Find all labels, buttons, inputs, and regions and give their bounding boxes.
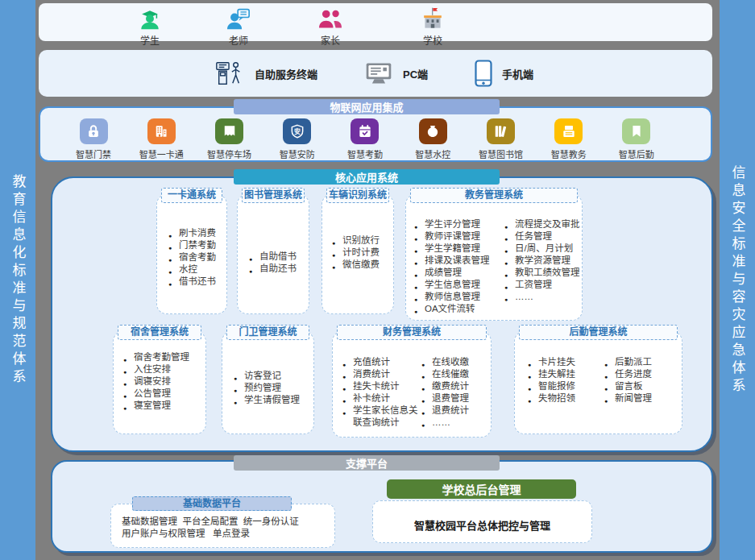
iot-access-control: 智慧门禁: [60, 118, 127, 160]
base-platform-line: 用户账户与权限管理 单点登录: [122, 528, 334, 540]
terminal-kiosk: 自助服务终端: [214, 60, 317, 87]
feature-item: 学生评分管理: [414, 218, 504, 230]
feature-item: 识别放行: [332, 234, 393, 247]
feature-item: 流程提交及审批: [504, 218, 580, 230]
support-banner: 支撑平台: [234, 455, 500, 471]
iot-label: 智慧安防: [280, 147, 315, 160]
system-title: 财务管理系统: [337, 325, 487, 340]
feature-item: 学生请假管理: [234, 394, 313, 406]
user-teacher: 老师: [213, 8, 264, 47]
system-title: 图书管理系统: [242, 188, 305, 203]
parking-ticket-icon: [215, 118, 243, 144]
feature-item: 教师评课管理: [414, 230, 504, 243]
feature-item: 缴费统计: [421, 380, 469, 392]
right-standards-bar: 信息安全标准与容灾应急体系: [720, 0, 755, 560]
iot-label: 智慧教务: [551, 147, 587, 160]
system-card-academic-affairs: 教务管理系统 学生评分管理 教师评课管理 学生学籍管理 排课及课表管理 成绩管理…: [405, 194, 583, 321]
feature-item: 失物招领: [528, 392, 604, 404]
feature-item: 任务进度: [604, 368, 652, 380]
feature-item: OA文件流转: [414, 303, 504, 315]
users-panel: 学生 老师 家长 学校: [39, 3, 712, 41]
feature-item: 任务管理: [504, 230, 580, 243]
feature-item: 学生信息管理: [414, 279, 504, 291]
system-card-onecard: 一卡通系统 刷卡消费 门禁考勤 宿舍考勤 水控 借书还书: [156, 194, 227, 314]
school-icon: [420, 8, 446, 31]
phone-icon: [475, 60, 492, 87]
svg-text:安: 安: [294, 127, 301, 135]
student-icon: [138, 8, 162, 31]
user-school: 学校: [407, 8, 458, 47]
feature-item: 退费统计: [421, 404, 469, 417]
feature-item: 挂失卡统计: [342, 380, 424, 392]
feature-item: 日/周、月计划: [504, 243, 580, 255]
system-title: 宿舍管理系统: [118, 325, 201, 340]
system-card-dormitory: 宿舍管理系统 宿舍考勤管理 入住安排 调寝安排 公告管理 寝室管理: [113, 331, 206, 434]
right-standards-text: 信息安全标准与容灾应急体系: [728, 165, 748, 396]
water-jar-icon: [419, 118, 447, 144]
iot-label: 智慧考勤: [347, 147, 383, 160]
feature-item: ……: [421, 417, 469, 429]
feature-item: 在线收缴: [421, 356, 469, 368]
school-admin-card: 智慧校园平台总体把控与管理: [372, 500, 592, 543]
logistics-bookmark-icon: [622, 118, 650, 144]
system-card-finance: 财务管理系统 充值统计 消费统计 挂失卡统计 补卡统计 学生家长信息关联查询统计…: [332, 331, 492, 438]
teacher-icon: [226, 8, 251, 31]
iot-panel: 智慧门禁 智慧一卡通 智慧停车场 安 智慧安防 智慧考勤: [39, 106, 712, 162]
feature-item: 卡片挂失: [528, 356, 604, 368]
iot-label: 智慧水控: [415, 147, 450, 160]
iot-onecard: 智慧一卡通: [127, 118, 195, 160]
feature-item: 水控: [168, 263, 226, 276]
feature-item: 学生家长信息关联查询统计: [342, 404, 424, 429]
smart-campus-architecture-diagram: 教育信息化标准与规范体系 信息安全标准与容灾应急体系 学生 老师 家长: [0, 0, 755, 560]
feature-item: 后勤派工: [604, 356, 652, 368]
feature-item: 借书还书: [168, 276, 226, 288]
feature-item: 智能报修: [528, 380, 604, 392]
user-label: 家长: [321, 33, 340, 47]
feature-item: 消费统计: [342, 368, 424, 380]
access-lock-icon: [80, 118, 108, 144]
feature-item: 新闻管理: [604, 392, 652, 404]
school-admin-desc: 智慧校园平台总体把控与管理: [414, 517, 550, 533]
library-books-icon: [487, 118, 515, 144]
feature-item: 补卡统计: [342, 392, 424, 404]
user-label: 学校: [423, 33, 442, 47]
left-standards-bar: 教育信息化标准与规范体系: [0, 0, 35, 560]
feature-item: 宿舍考勤: [168, 251, 226, 263]
system-card-library: 图书管理系统 自助借书 自助还书: [237, 194, 309, 314]
terminal-mobile: 手机端: [475, 60, 533, 87]
core-systems-panel: 一卡通系统 刷卡消费 门禁考勤 宿舍考勤 水控 借书还书 图书管理系统 自助借书…: [51, 176, 713, 452]
kiosk-icon: [214, 60, 245, 87]
iot-security: 安 智慧安防: [263, 118, 331, 160]
system-title: 车辆识别系统: [326, 188, 389, 203]
feature-item: 挂失解挂: [528, 368, 604, 380]
user-parents: 家长: [305, 8, 356, 47]
iot-label: 智慧图书馆: [479, 147, 523, 160]
feature-item: 工资管理: [504, 279, 580, 291]
system-title: 一卡通系统: [161, 188, 222, 203]
base-data-platform-title: 基础数据平台: [132, 496, 292, 511]
school-admin-banner: 学校总后台管理: [387, 479, 576, 499]
iot-parking: 智慧停车场: [195, 118, 263, 160]
user-label: 学生: [140, 33, 160, 47]
feature-item: 在线催缴: [421, 368, 469, 380]
feature-item: 教师信息管理: [414, 291, 504, 303]
terminal-label: 自助服务终端: [255, 66, 317, 81]
iot-water-control: 智慧水控: [399, 118, 467, 160]
feature-item: ……: [504, 291, 580, 303]
feature-item: 宿舍考勤管理: [123, 351, 205, 363]
feature-item: 教学资源管理: [504, 255, 580, 267]
academic-printer-icon: [554, 118, 583, 144]
feature-item: 预约管理: [234, 382, 313, 394]
iot-label: 智慧后勤: [619, 147, 654, 160]
user-label: 老师: [229, 33, 248, 47]
base-platform-line: 基础数据管理 平台全局配置 统一身份认证: [122, 516, 334, 528]
left-standards-text: 教育信息化标准与规范体系: [8, 174, 28, 387]
feature-item: 入住安排: [123, 363, 205, 375]
iot-attendance: 智慧考勤: [331, 118, 399, 160]
terminal-label: 手机端: [502, 66, 533, 81]
feature-item: 留言板: [604, 380, 652, 392]
feature-item: 学生学籍管理: [414, 243, 504, 255]
feature-item: 调寝安排: [123, 375, 205, 388]
iot-academics: 智慧教务: [535, 118, 603, 160]
parents-icon: [317, 8, 343, 31]
